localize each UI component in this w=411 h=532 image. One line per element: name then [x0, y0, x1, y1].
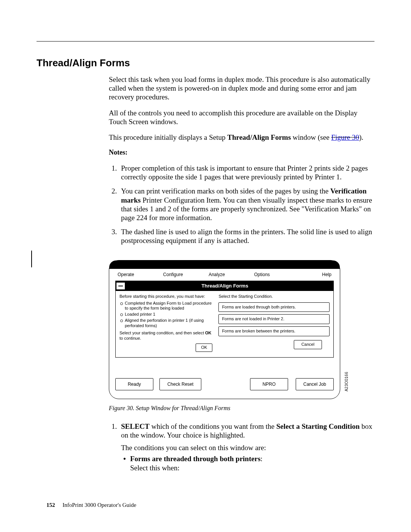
figure-code: A23O0166 — [344, 372, 349, 391]
menu-operate[interactable]: Operate — [118, 272, 163, 278]
dlg-left-out-bold: OK — [205, 331, 212, 335]
menu-help[interactable]: Help — [299, 272, 331, 278]
book-title: InfoPrint 3000 Operator's Guide — [62, 502, 136, 508]
p3-bold: Thread/Align Forms — [227, 133, 291, 141]
intro-para-3: This procedure initially displays a Setu… — [109, 133, 374, 142]
notes-label: Notes: — [109, 149, 374, 157]
option-not-loaded-p2[interactable]: Forms are not loaded in Printer 2. — [218, 314, 330, 324]
dlg-left-outro: Select your starting condition, and then… — [119, 331, 214, 341]
dlg-left-intro: Before starting this procedure, you must… — [119, 294, 214, 299]
menu-analyze[interactable]: Analyze — [209, 272, 254, 278]
step-1: SELECT which of the conditions you want … — [119, 422, 374, 472]
dlg-left-out-a: Select your starting condition, and then… — [119, 331, 205, 335]
procedure-steps: SELECT which of the conditions you want … — [109, 422, 374, 472]
dlg-left-b3: Aligned the perforation in printer 1 (if… — [125, 318, 214, 329]
rule-top — [37, 41, 374, 42]
bottom-button-row: Ready Check Reset NPRO Cancel Job — [115, 378, 334, 391]
note-2-c: Printer Configuration Item. You can then… — [121, 196, 372, 222]
step1-b1-suffix: : — [261, 455, 263, 463]
system-menu-icon[interactable] — [116, 283, 125, 289]
dialog-options-panel: Select the Starting Condition. Forms are… — [218, 294, 330, 352]
step1-b1-line2: Select this when: — [130, 463, 374, 472]
dialog-thread-align: Thread/Align Forms Before starting this … — [115, 281, 334, 358]
notes-list: Proper completion of this task is import… — [109, 164, 374, 245]
intro-para-1: Select this task when you load forms in … — [109, 75, 374, 102]
step1-select: SELECT — [121, 422, 150, 430]
note-1: Proper completion of this task is import… — [119, 164, 374, 181]
dialog-title: Thread/Align Forms — [125, 283, 333, 289]
option-broken-between[interactable]: Forms are broken between the printers. — [218, 326, 330, 336]
step1-bullet1: Forms are threaded through both printers… — [130, 454, 374, 472]
figure-30: Operate Configure Analyze Options Help T… — [109, 260, 374, 412]
touchscreen-window: Operate Configure Analyze Options Help T… — [109, 260, 340, 399]
p3-seg-a: This procedure initially displays a Setu… — [109, 133, 227, 141]
page-number: 152 — [46, 502, 55, 508]
note-2-a: You can print verification marks on both… — [121, 187, 330, 195]
menu-bar: Operate Configure Analyze Options Help — [115, 270, 334, 281]
step1-b1-text: Forms are threaded through both printers — [130, 455, 261, 463]
section-heading: Thread/Align Forms — [37, 57, 374, 69]
note-2: You can print verification marks on both… — [119, 187, 374, 222]
intro-para-2: All of the controls you need to accompli… — [109, 109, 374, 126]
page-footer: 152 InfoPrint 3000 Operator's Guide — [46, 502, 136, 508]
dlg-left-b1: Completed the Assign Form to Load proced… — [125, 301, 214, 312]
p3-seg-d: ). — [359, 133, 363, 141]
figure-30-link[interactable]: Figure 30 — [331, 133, 359, 142]
menu-configure[interactable]: Configure — [163, 272, 209, 278]
dialog-instructions: Before starting this procedure, you must… — [119, 294, 214, 352]
figure-caption: Figure 30. Setup Window for Thread/Align… — [109, 404, 374, 412]
option-both-printers[interactable]: Forms are loaded through both printers. — [218, 302, 330, 312]
ready-button[interactable]: Ready — [115, 378, 153, 391]
note-3: The dashed line is used to align the for… — [119, 227, 374, 245]
npro-button[interactable]: NPRO — [250, 378, 288, 391]
cancel-button[interactable]: Cancel — [294, 340, 322, 349]
p3-seg-c: window (see — [291, 133, 331, 141]
window-titlebar — [109, 260, 340, 269]
step1-line2: The conditions you can select on this wi… — [121, 443, 374, 452]
change-bar — [31, 251, 32, 267]
dlg-left-out-b: to continue. — [119, 336, 141, 340]
dlg-left-b2: Loaded printer 1 — [125, 312, 214, 317]
cancel-job-button[interactable]: Cancel Job — [296, 378, 334, 391]
ok-button[interactable]: OK — [196, 343, 212, 352]
check-reset-button[interactable]: Check Reset — [159, 378, 201, 391]
step1-b: which of the conditions you want from th… — [150, 422, 276, 430]
select-condition-label: Select the Starting Condition. — [218, 294, 330, 299]
menu-options[interactable]: Options — [254, 272, 300, 278]
step1-c: Select a Starting Condition — [276, 422, 360, 430]
dialog-titlebar: Thread/Align Forms — [116, 281, 333, 291]
